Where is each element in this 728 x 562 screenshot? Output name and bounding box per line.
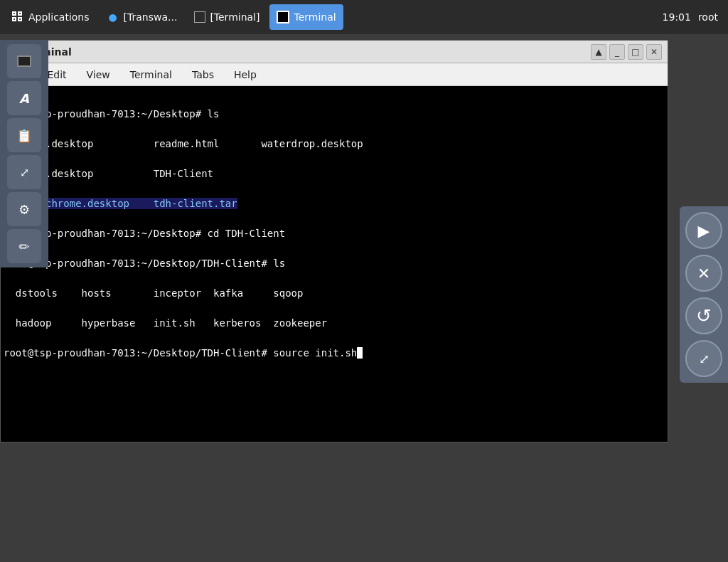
terminal-content[interactable]: root@tsp-proudhan-7013:~/Desktop# ls Ecl… (1, 86, 668, 442)
term-line-5: root@tsp-proudhan-7013:~/Desktop# cd TDH… (4, 226, 665, 241)
sidebar-terminal-icon (17, 55, 31, 67)
taskbar-applications[interactable]: Applications (4, 4, 97, 30)
term-line-7: dstools hosts inceptor kafka sqoop (4, 286, 665, 301)
sidebar-settings-btn[interactable]: ⚙ (7, 192, 41, 226)
term-line-2: Eclipse.desktop readme.html waterdrop.de… (4, 137, 665, 152)
sidebar-expand-btn[interactable]: ⤢ (7, 155, 41, 189)
fullscreen-button[interactable]: ⤢ (685, 340, 722, 377)
taskbar-transwa-label: [Transwa... (124, 11, 178, 23)
svg-rect-4 (14, 13, 15, 14)
menu-terminal[interactable]: Terminal (126, 68, 176, 82)
term-line-6: root@tsp-proudhan-7013:~/Desktop/TDH-Cli… (4, 256, 665, 271)
window-controls: ▲ _ □ ✕ (591, 44, 662, 60)
taskbar-terminal-active[interactable]: Terminal (269, 4, 343, 30)
sidebar-text-btn[interactable]: A (7, 81, 41, 115)
term-line-8: hadoop hyperbase init.sh kerberos zookee… (4, 316, 665, 331)
sidebar-text-icon: A (19, 91, 29, 106)
term-line-9: root@tsp-proudhan-7013:~/Desktop/TDH-Cli… (4, 346, 665, 361)
taskbar: Applications ● [Transwa... [Terminal] Te… (0, 0, 728, 34)
taskbar-applications-label: Applications (28, 11, 90, 23)
window-close-btn[interactable]: ✕ (646, 44, 662, 60)
menu-help[interactable]: Help (230, 68, 261, 82)
right-action-panel: ▶ ✕ ↺ ⤢ (680, 206, 728, 383)
taskbar-terminal-inactive-label: [Terminal] (210, 11, 259, 23)
fullscreen-icon: ⤢ (699, 351, 710, 366)
term-line-4: google-chrome.desktop tdh-client.tar (4, 196, 665, 211)
svg-rect-5 (19, 13, 21, 14)
user-label: root (698, 11, 718, 23)
sidebar-gear-icon: ⚙ (18, 202, 30, 217)
sidebar-terminal-btn[interactable] (7, 44, 41, 78)
play-icon: ▶ (698, 222, 710, 240)
terminal-window: Terminal ▲ _ □ ✕ File Edit View Terminal… (0, 40, 668, 442)
sidebar-expand-icon: ⤢ (20, 166, 29, 179)
window-minimize-btn[interactable]: _ (609, 44, 625, 60)
menubar: File Edit View Terminal Tabs Help (1, 63, 668, 86)
taskbar-transwa[interactable]: ● [Transwa... (100, 4, 185, 30)
terminal-cursor (357, 347, 363, 359)
menu-tabs[interactable]: Tabs (188, 68, 218, 82)
window-up-btn[interactable]: ▲ (591, 44, 606, 60)
sidebar: A 📋 ⤢ ⚙ ✏ (0, 40, 48, 267)
terminal-active-icon (277, 11, 289, 23)
grid-icon (11, 11, 24, 23)
term-line-1: root@tsp-proudhan-7013:~/Desktop# ls (4, 107, 665, 122)
taskbar-terminal-active-label: Terminal (294, 11, 336, 23)
window-maximize-btn[interactable]: □ (628, 44, 643, 60)
refresh-icon: ↺ (696, 305, 712, 327)
sidebar-clipboard-btn[interactable]: 📋 (7, 118, 41, 152)
term-line-3: firefox.desktop TDH-Client (4, 166, 665, 181)
close-button[interactable]: ✕ (685, 255, 722, 292)
window-titlebar: Terminal ▲ _ □ ✕ (1, 41, 668, 63)
taskbar-right: 19:01 root (663, 11, 724, 23)
terminal-inactive-icon (194, 11, 205, 23)
svg-rect-6 (14, 18, 15, 20)
menu-view[interactable]: View (82, 68, 114, 82)
taskbar-terminal-inactive[interactable]: [Terminal] (187, 4, 267, 30)
play-button[interactable]: ▶ (685, 212, 722, 249)
sidebar-paint-icon: ✏ (18, 239, 29, 254)
transwa-icon: ● (107, 11, 119, 23)
sidebar-clipboard-icon: 📋 (16, 128, 32, 143)
refresh-button[interactable]: ↺ (685, 297, 722, 334)
close-icon: ✕ (697, 265, 710, 282)
clock: 19:01 (663, 11, 691, 23)
sidebar-paint-btn[interactable]: ✏ (7, 229, 41, 263)
svg-rect-7 (19, 18, 21, 20)
